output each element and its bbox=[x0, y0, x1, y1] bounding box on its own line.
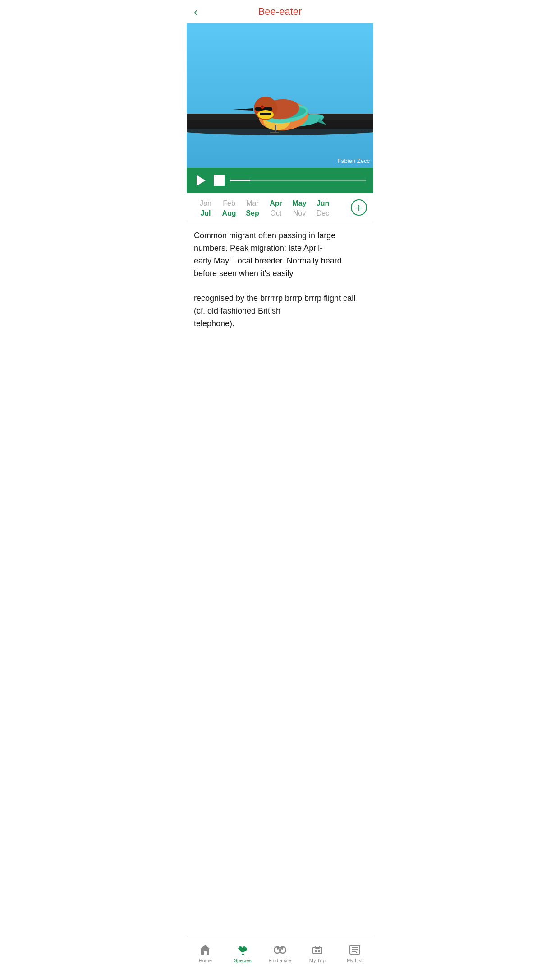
month-mar[interactable]: Mar bbox=[241, 199, 264, 208]
add-to-list-button[interactable]: + bbox=[351, 199, 367, 216]
description-text-2: recognised by the brrrrrp brrrp brrrp fl… bbox=[194, 292, 366, 330]
svg-rect-19 bbox=[270, 132, 279, 133]
bird-illustration bbox=[187, 23, 373, 168]
month-sep[interactable]: Sep bbox=[241, 209, 264, 217]
month-feb[interactable]: Feb bbox=[217, 199, 241, 208]
month-nov[interactable]: Nov bbox=[288, 209, 311, 217]
photo-credit: Fabien Zecc bbox=[337, 157, 370, 164]
month-apr[interactable]: Apr bbox=[264, 199, 288, 208]
description-text: Common migrant often passing in large nu… bbox=[194, 230, 366, 280]
month-section: Jan Feb Mar Apr May Jun Jul Aug Sep Oct … bbox=[187, 193, 373, 222]
audio-progress-fill bbox=[230, 180, 250, 181]
play-button[interactable] bbox=[194, 173, 208, 188]
page-title: Bee-eater bbox=[258, 6, 302, 18]
month-jun[interactable]: Jun bbox=[311, 199, 335, 208]
svg-rect-14 bbox=[260, 113, 271, 115]
audio-progress-bar[interactable] bbox=[230, 180, 366, 181]
audio-player bbox=[187, 168, 373, 193]
month-dec[interactable]: Dec bbox=[311, 209, 335, 217]
svg-point-16 bbox=[262, 106, 263, 107]
stop-button[interactable] bbox=[214, 175, 225, 186]
month-oct[interactable]: Oct bbox=[264, 209, 288, 217]
species-description: Common migrant often passing in large nu… bbox=[187, 222, 373, 339]
month-row-2: Jul Aug Sep Oct Nov Dec bbox=[194, 209, 366, 217]
svg-rect-0 bbox=[187, 23, 373, 168]
month-aug[interactable]: Aug bbox=[217, 209, 241, 217]
month-may[interactable]: May bbox=[288, 199, 311, 208]
month-row-1: Jan Feb Mar Apr May Jun bbox=[194, 199, 366, 208]
play-icon bbox=[197, 175, 206, 186]
back-button[interactable]: ‹ bbox=[194, 6, 198, 18]
bird-image: Fabien Zecc bbox=[187, 23, 373, 168]
month-jan[interactable]: Jan bbox=[194, 199, 217, 208]
month-jul[interactable]: Jul bbox=[194, 209, 217, 217]
header: ‹ Bee-eater bbox=[187, 0, 373, 23]
